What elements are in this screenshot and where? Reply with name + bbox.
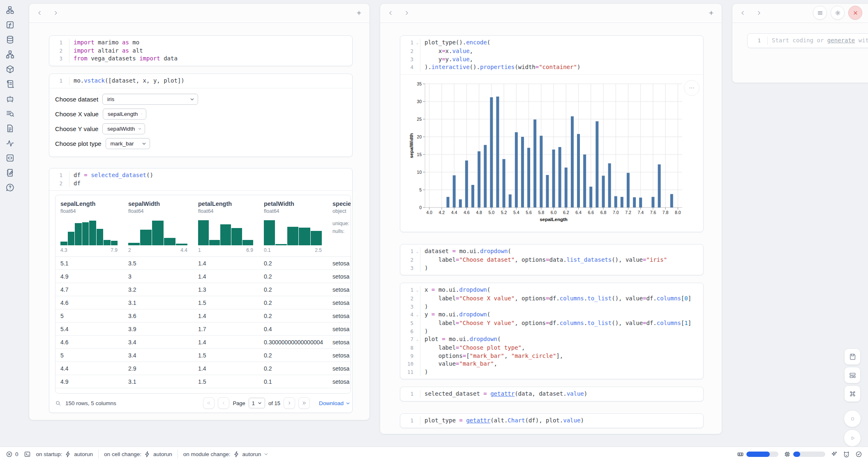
last-page-button[interactable]: [298, 397, 310, 409]
add-cell-icon[interactable]: [708, 10, 714, 16]
y-value-dropdown[interactable]: sepalWidth: [102, 123, 145, 134]
table-cell: 1.4: [193, 339, 259, 346]
search-list-icon[interactable]: [5, 109, 15, 118]
code-block-icon[interactable]: [5, 153, 15, 163]
connection-status[interactable]: [855, 451, 862, 458]
command-palette-button[interactable]: [844, 385, 861, 402]
x-value-dropdown[interactable]: sepalLength: [103, 108, 146, 120]
document-icon[interactable]: [5, 124, 15, 133]
table-row[interactable]: 4.931.40.2setosa: [55, 270, 351, 283]
chat-bot-icon[interactable]: [5, 94, 15, 104]
error-indicator[interactable]: 0: [6, 451, 18, 458]
cpu-usage[interactable]: [784, 451, 825, 458]
on-startup-config[interactable]: on startup: autorun: [36, 451, 93, 458]
file-tree-icon[interactable]: [5, 5, 15, 15]
column-header[interactable]: petalLengthfloat6416.9: [193, 195, 259, 256]
code-editor[interactable]: 1plot_type = getattr(alt.Chart(df), plot…: [400, 414, 703, 428]
first-page-button[interactable]: [203, 397, 215, 409]
vstack-cell[interactable]: 1mo.vstack([dataset, x, y, plot]) Choose…: [49, 74, 353, 157]
dependency-graph-icon[interactable]: [5, 50, 15, 59]
table-row[interactable]: 53.61.40.2setosa: [55, 309, 351, 323]
code-editor[interactable]: 1mo.vstack([dataset, x, y, plot]): [49, 74, 352, 88]
dataset-dropdown-cell[interactable]: 1⌄dataset = mo.ui.dropdown(2 label="Choo…: [400, 244, 704, 275]
next-page-button[interactable]: [284, 397, 295, 409]
code-editor[interactable]: 1selected_dataset = getattr(data, datase…: [400, 387, 703, 401]
imports-cell[interactable]: 1import marimo as mo2import altair as al…: [49, 35, 353, 66]
script-log-icon[interactable]: [5, 79, 15, 89]
code-editor[interactable]: 1⌄x = mo.ui.dropdown(2 label="Choose X v…: [400, 283, 703, 379]
fold-marker[interactable]: ⌄: [415, 286, 420, 295]
run-button[interactable]: [844, 429, 861, 447]
search-icon[interactable]: [55, 400, 61, 406]
save-button[interactable]: [844, 348, 861, 365]
chevron-right-icon[interactable]: [404, 10, 410, 16]
editor-placeholder[interactable]: Start coding or generate with AI.: [767, 37, 868, 45]
column-histogram[interactable]: [264, 219, 322, 245]
ai-assistant-button[interactable]: [831, 451, 838, 458]
histogram-range: 24.4: [128, 247, 187, 253]
table-row[interactable]: 53.41.50.2setosa: [55, 349, 351, 362]
terminal-button[interactable]: [24, 451, 31, 458]
table-row[interactable]: 4.63.41.40.30000000000000004setosa: [55, 336, 351, 349]
menu-button[interactable]: [813, 6, 827, 20]
on-cell-change-config[interactable]: on cell change: autorun: [104, 451, 172, 458]
selected-dataset-cell[interactable]: 1selected_dataset = getattr(data, datase…: [400, 387, 704, 401]
database-icon[interactable]: [5, 35, 15, 44]
table-row[interactable]: 5.13.51.40.2setosa: [55, 257, 351, 270]
code-editor[interactable]: 1import marimo as mo2import altair as al…: [49, 36, 352, 66]
column-header[interactable]: sepalWidthfloat6424.4: [123, 195, 193, 256]
function-icon[interactable]: [5, 20, 15, 30]
chevron-left-icon[interactable]: [740, 10, 746, 16]
fold-marker[interactable]: ⌄: [415, 39, 420, 47]
generate-with-ai-link[interactable]: generate: [827, 37, 855, 44]
prev-page-button[interactable]: [218, 397, 229, 409]
column-header[interactable]: petalWidthfloat640.12.5: [259, 195, 328, 256]
column-histogram[interactable]: [198, 219, 253, 245]
chevron-left-icon[interactable]: [37, 10, 43, 16]
table-row[interactable]: 4.73.21.30.2setosa: [55, 283, 351, 296]
cat-mascot-button[interactable]: [843, 451, 850, 458]
table-row[interactable]: 4.93.11.50.1setosa: [55, 375, 351, 388]
on-module-change-config[interactable]: on module change: autorun: [183, 451, 269, 458]
empty-cell[interactable]: 1 Start coding or generate with AI.: [747, 33, 868, 48]
xy-plot-dropdowns-cell[interactable]: 1⌄x = mo.ui.dropdown(2 label="Choose X v…: [400, 283, 704, 379]
page-select[interactable]: 1: [249, 398, 265, 408]
plot-cell[interactable]: 1⌄plot_type().encode(2 x=x.value,3 y=y.v…: [400, 35, 704, 232]
chart-options-button[interactable]: [684, 80, 699, 96]
chart-output[interactable]: 051015202530354.04.24.44.64.85.05.25.45.…: [400, 74, 703, 232]
download-button[interactable]: Download: [319, 400, 350, 406]
table-row[interactable]: 5.43.91.70.4setosa: [55, 323, 351, 336]
activity-icon[interactable]: [5, 138, 15, 148]
fold-marker[interactable]: ⌄: [415, 247, 420, 256]
add-cell-icon[interactable]: [356, 10, 362, 16]
column-histogram[interactable]: [60, 219, 118, 245]
package-icon[interactable]: [5, 65, 15, 74]
fold-marker[interactable]: ⌄: [415, 335, 420, 344]
table-row[interactable]: 4.42.91.40.2setosa: [55, 362, 351, 375]
chevron-right-icon[interactable]: [53, 10, 59, 16]
column-header[interactable]: sepalLengthfloat644.37.9: [55, 195, 123, 256]
scratchpad-icon[interactable]: [5, 168, 15, 177]
code-editor[interactable]: 1df = selected_dataset()2df: [49, 168, 352, 190]
table-row[interactable]: 4.63.11.50.2setosa: [55, 296, 351, 309]
memory-usage[interactable]: [737, 451, 778, 458]
code-editor[interactable]: 1⌄dataset = mo.ui.dropdown(2 label="Choo…: [400, 244, 703, 275]
altair-chart[interactable]: 051015202530354.04.24.44.64.85.05.25.45.…: [408, 81, 695, 224]
chevron-right-icon[interactable]: [756, 10, 762, 16]
settings-button[interactable]: [831, 6, 845, 20]
close-panel-button[interactable]: [848, 6, 862, 20]
svg-text:4.2: 4.2: [439, 210, 445, 215]
plot-type-cell[interactable]: 1plot_type = getattr(alt.Chart(df), plot…: [400, 413, 704, 428]
chevron-left-icon[interactable]: [388, 10, 394, 16]
fold-marker[interactable]: ⌄: [415, 311, 420, 319]
plot-type-dropdown[interactable]: mark_bar: [106, 138, 150, 149]
dataset-dropdown[interactable]: iris: [102, 94, 198, 105]
dataframe-cell[interactable]: 1df = selected_dataset()2df sepalLengthf…: [49, 168, 353, 413]
code-editor[interactable]: 1⌄plot_type().encode(2 x=x.value,3 y=y.v…: [400, 36, 703, 74]
stop-button[interactable]: [844, 410, 861, 427]
layout-toggle-button[interactable]: [844, 367, 861, 383]
column-header[interactable]: speciesobjectunique:nulls:: [328, 195, 351, 256]
help-icon[interactable]: [5, 183, 15, 192]
column-histogram[interactable]: [128, 219, 187, 245]
pagination: Page 1 of 15 Download: [203, 397, 350, 409]
